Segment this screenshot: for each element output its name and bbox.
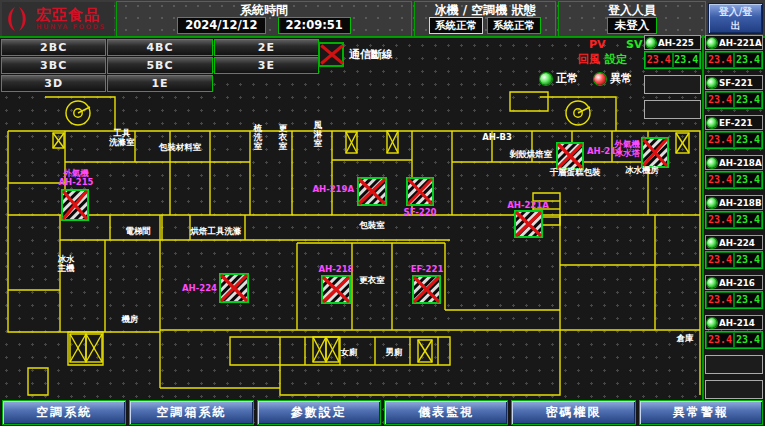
nav-button-3[interactable]: 參數設定 [257,400,381,425]
machine-status-panel: 冰機 / 空調機 狀態 系統正常 系統正常 [414,1,556,37]
wall [45,97,115,131]
device-name-button[interactable]: AH-218A [705,155,763,170]
nav-button-6[interactable]: 異常警報 [639,400,763,425]
nav-button-1[interactable]: 空調系統 [2,400,126,425]
comm-lost-x-icon [318,42,344,67]
shaft-x-box [86,334,102,362]
ahu-unit-icon-comm-lost[interactable] [407,178,433,205]
hunya-logo-icon [2,5,32,33]
ahu-unit-icon-comm-lost[interactable] [557,143,583,169]
scada-screen: 工具洗滌室包裝材料室梳洗室更衣室風淋室AH-B3剝殼烘焙室千層蛋糕包裝冰水機房冰… [0,0,765,426]
device-name-button[interactable]: EF-221 [705,115,763,130]
status-lamp-icon [707,238,717,248]
device-values: 23.423.4 [705,251,763,269]
empty-device-slot [644,100,701,119]
sv-value: 23.4 [734,172,762,188]
pv-value: 23.4 [706,132,734,148]
floor-button-3d[interactable]: 3D [1,75,106,92]
login-status-value: 未登入 [607,17,658,34]
ahu-unit-icon-comm-lost[interactable] [515,211,542,237]
comm-lost-legend: 通信斷線 [318,40,393,68]
empty-device-slot [705,355,763,374]
room-label: 冰水主機 [58,254,76,273]
device-values: 23.423.4 [705,131,763,149]
ahu-status-value: 系統正常 [487,17,541,34]
status-lamp-icon [707,158,717,168]
floor-buttons: 2BC4BC2E3BC5BC3E3D1E [1,39,319,92]
sv-desc-label: 設定 [605,54,627,66]
device-name-button[interactable]: AH-214 [705,315,763,330]
device-label: AH-221A [719,37,762,48]
ahu-unit-icon-comm-lost[interactable] [413,276,440,303]
device-name-button[interactable]: AH-225 [644,35,701,50]
wall [510,92,548,111]
floor-button-1e[interactable]: 1E [107,75,212,92]
equipment-label: 外氣機AH-215 [59,168,94,187]
floor-button-3bc[interactable]: 3BC [1,57,106,74]
room-label: AH-B3 [482,132,512,142]
device-name-button[interactable]: AH-218B [705,195,763,210]
status-lamp-icon [707,78,717,88]
room-label: 包裝材料室 [158,142,202,152]
device-name-button[interactable]: SF-221 [705,75,763,90]
device-column-right: AH-221A23.423.4SF-22123.423.4EF-22123.42… [702,35,763,400]
sv-value: 23.4 [673,52,701,68]
stairwell-icon [566,101,590,125]
comm-lost-label: 通信斷線 [349,47,393,62]
empty-device-slot [705,380,763,399]
nav-button-2[interactable]: 空調箱系統 [129,400,253,425]
system-date-value: 2024/12/12 [177,17,265,34]
device-label: AH-214 [719,317,755,328]
equipment-label: SF-220 [404,207,437,217]
floor-button-4bc[interactable]: 4BC [107,39,212,56]
floor-button-2bc[interactable]: 2BC [1,39,106,56]
sv-value: 23.4 [734,212,762,228]
device-name-button[interactable]: AH-216 [705,275,763,290]
abnormal-label: 異常 [610,71,632,86]
shaft-x-box [313,337,326,362]
sv-value: 23.4 [734,252,762,268]
floor-button-2e[interactable]: 2E [214,39,319,56]
device-ah-225: AH-22523.423.4 [644,35,701,69]
system-time-panel: 系統時間 2024/12/12 22:09:51 [116,1,412,37]
pv-value: 23.4 [706,252,734,268]
pv-value: 23.4 [706,292,734,308]
status-lamp-icon [707,38,717,48]
device-values: 23.423.4 [705,91,763,109]
ahu-unit-icon-comm-lost[interactable] [358,178,386,205]
room-label: 冰水機房 [625,165,660,175]
ahu-unit-icon-comm-lost[interactable] [642,138,668,167]
floor-button-5bc[interactable]: 5BC [107,57,212,74]
nav-button-5[interactable]: 密碼權限 [511,400,635,425]
pv-desc-label: 回風 [578,54,600,66]
machine-status-label: 冰機 / 空調機 狀態 [435,4,536,16]
ahu-unit-icon-comm-lost[interactable] [322,276,350,303]
nav-button-4[interactable]: 儀表監視 [384,400,508,425]
room-label: 更衣室 [278,123,288,151]
header: 宏亞食品 HUNYA FOODS 系統時間 2024/12/12 22:09:5… [0,0,765,38]
shaft-x-box [326,337,339,362]
login-logout-button[interactable]: 登入/登出 [708,3,763,34]
login-label: 登入人員 [608,4,656,16]
pv-header: PV [589,39,606,51]
status-lamp-icon [707,118,717,128]
pv-value: 23.4 [645,52,673,68]
shaft-x-box [53,133,64,148]
sv-value: 23.4 [734,332,762,348]
brand-name-en: HUNYA FOODS [36,23,106,31]
room-label: 女廁 [340,347,359,357]
status-lamp-icon [646,38,656,48]
device-name-button[interactable]: AH-224 [705,235,763,250]
device-column-left: AH-22523.423.4 [644,35,701,119]
equipment-label: 外氣機冰水塔 [614,139,641,158]
ahu-unit-icon-comm-lost[interactable] [62,190,88,220]
wall [28,368,48,395]
equipment-label: AH-224 [182,283,217,293]
sv-value: 23.4 [734,292,762,308]
sv-value: 23.4 [734,52,762,68]
floor-button-3e[interactable]: 3E [214,57,319,74]
device-name-button[interactable]: AH-221A [705,35,763,50]
ahu-unit-icon-comm-lost[interactable] [220,274,248,302]
device-ah-221a: AH-221A23.423.4 [705,35,763,69]
room-label: 烘焙工具洗滌 [190,226,243,236]
